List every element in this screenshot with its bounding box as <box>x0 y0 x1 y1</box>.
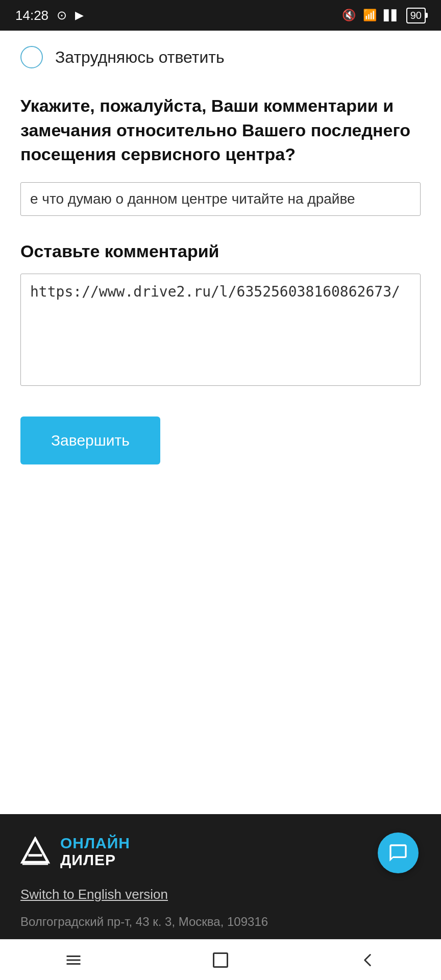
svg-rect-3 <box>214 953 228 967</box>
submit-button[interactable]: Завершить <box>20 416 160 464</box>
comment-section-title: Оставьте комментарий <box>20 241 421 261</box>
radio-label: Затрудняюсь ответить <box>55 48 225 67</box>
bottom-nav-bar <box>0 939 441 980</box>
switch-language-link[interactable]: Switch to English version <box>20 887 168 902</box>
svg-marker-0 <box>22 839 48 862</box>
main-content: Затрудняюсь ответить Укажите, пожалуйста… <box>0 31 441 814</box>
status-bar-right: 🔇 📶 ▋▋ 90 <box>342 8 426 23</box>
hamburger-icon <box>64 951 83 969</box>
radio-circle[interactable] <box>20 46 43 68</box>
status-bar: 14:28 ⊙ ▶ 🔇 📶 ▋▋ 90 <box>0 0 441 31</box>
nav-menu-button[interactable] <box>58 945 89 975</box>
chat-fab-button[interactable] <box>378 832 419 873</box>
wifi-icon: 📶 <box>363 9 377 22</box>
logo-online: ОНЛАЙН <box>60 835 130 851</box>
radio-option-hard-to-answer[interactable]: Затрудняюсь ответить <box>20 46 421 68</box>
back-arrow-icon <box>358 951 377 969</box>
logo-dealer: ДИЛЕР <box>60 851 130 868</box>
footer-logo: ОНЛАЙН ДИЛЕР <box>20 835 421 868</box>
nav-back-button[interactable] <box>352 945 383 975</box>
logo-text: ОНЛАЙН ДИЛЕР <box>60 835 130 868</box>
time: 14:28 <box>15 8 48 23</box>
home-square-icon <box>211 951 230 969</box>
mute-icon: 🔇 <box>342 9 356 22</box>
footer: ОНЛАЙН ДИЛЕР Switch to English version В… <box>0 814 441 939</box>
question-title: Укажите, пожалуйста, Ваши комментарии и … <box>20 94 421 167</box>
logo-triangle-icon <box>20 837 50 866</box>
chat-icon <box>388 843 408 863</box>
short-answer-input[interactable] <box>20 182 421 216</box>
screen-record-icon: ⊙ <box>57 8 67 22</box>
signal-icon: ▋▋ <box>384 9 399 21</box>
youtube-icon: ▶ <box>75 9 84 22</box>
nav-home-button[interactable] <box>205 945 236 975</box>
comment-textarea[interactable] <box>20 274 421 386</box>
status-bar-left: 14:28 ⊙ ▶ <box>15 8 84 23</box>
footer-address: Волгоградский пр-т, 43 к. 3, Москва, 109… <box>20 915 421 929</box>
battery-indicator: 90 <box>406 8 426 23</box>
